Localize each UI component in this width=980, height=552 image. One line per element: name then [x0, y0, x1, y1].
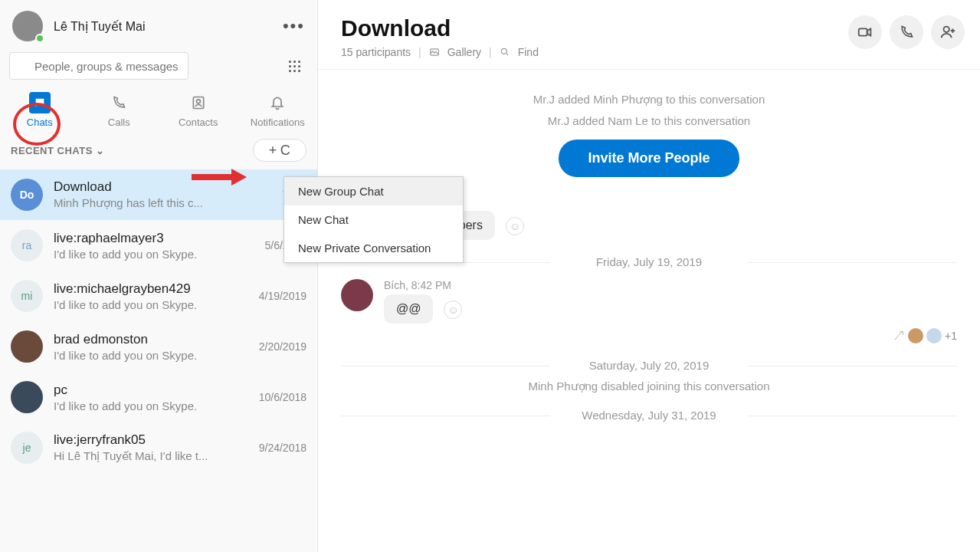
video-call-button[interactable]	[848, 15, 882, 49]
menu-new-chat[interactable]: New Chat	[284, 205, 463, 234]
status-online-icon	[35, 34, 44, 43]
chat-item-preview: I'd like to add you on Skype.	[54, 399, 248, 412]
chat-avatar: ra	[11, 229, 43, 261]
reaction-avatar-icon	[926, 328, 942, 343]
recent-chats-header[interactable]: RECENT CHATS ⌄ +C	[0, 139, 317, 169]
svg-line-8	[506, 53, 508, 55]
chat-item-preview: Hi Lê Thị Tuyết Mai, I'd like t...	[54, 449, 248, 463]
message-bubble[interactable]: @@	[384, 294, 433, 324]
svg-point-3	[196, 100, 200, 104]
message-meta: Mr.J, 2:46 PM	[384, 196, 957, 208]
main-panel: Download 15 participants | Gallery | Fin…	[318, 0, 980, 552]
dialpad-icon	[289, 61, 300, 72]
chat-item-date: 2/20/2019	[259, 340, 306, 353]
chat-avatar: mi	[11, 280, 43, 312]
reaction-icon	[893, 330, 905, 342]
chat-item[interactable]: DoDownloadMinh Phượng has left this c...…	[0, 169, 317, 220]
more-button[interactable]: •••	[283, 16, 305, 36]
invite-more-people-button[interactable]: Invite More People	[559, 140, 739, 177]
chat-item[interactable]: ralive:raphaelmayer3I'd like to add you …	[0, 220, 317, 271]
system-message: Mr.J added Minh Phượng to this conversat…	[341, 93, 957, 107]
chat-avatar: je	[11, 432, 43, 464]
dialpad-button[interactable]	[280, 52, 308, 80]
chat-item-preview: I'd like to add you on Skype.	[54, 248, 254, 261]
reactions-count: +1	[945, 330, 957, 342]
user-avatar[interactable]	[12, 11, 43, 41]
sender-avatar[interactable]	[341, 279, 373, 311]
date-divider: Wednesday, July 31, 2019	[341, 409, 957, 422]
chat-avatar: Do	[11, 179, 43, 211]
system-message: Minh Phượng disabled joining this conver…	[341, 380, 957, 393]
chat-item-name: live:jerryfrank05	[54, 432, 248, 448]
chat-item-name: live:michaelgrayben429	[54, 281, 248, 297]
chat-avatar	[11, 330, 43, 363]
participants-count[interactable]: 15 participants	[341, 46, 411, 58]
add-reaction-button[interactable]: ☺	[506, 217, 524, 235]
chat-item-name: brad edmonston	[54, 332, 248, 347]
chat-item[interactable]: pcI'd like to add you on Skype.10/6/2018	[0, 372, 317, 422]
search-icon	[500, 47, 510, 58]
new-chat-menu: New Group Chat New Chat New Private Conv…	[284, 176, 464, 263]
conversation-title[interactable]: Download	[341, 15, 848, 41]
sidebar: Lê Thị Tuyết Mai ••• Chats Calls Contact…	[0, 0, 318, 552]
search-row	[0, 52, 317, 87]
reaction-avatar-icon	[908, 328, 923, 343]
reactions-bar[interactable]: +1	[384, 328, 957, 343]
user-name[interactable]: Lê Thị Tuyết Mai	[54, 19, 146, 34]
profile-row: Lê Thị Tuyết Mai •••	[0, 0, 317, 52]
system-message: Mr.J added Nam Le to this conversation	[341, 114, 957, 127]
chat-item-preview: I'd like to add you on Skype.	[54, 349, 248, 362]
chat-item-date: 4/19/2019	[259, 290, 306, 302]
chat-item-name: live:raphaelmayer3	[54, 231, 254, 246]
gallery-icon	[429, 47, 440, 58]
conversation-body: Mr.J added Minh Phượng to this conversat…	[318, 70, 980, 552]
tab-calls[interactable]: Calls	[80, 92, 159, 128]
svg-point-7	[501, 48, 506, 54]
new-chat-button[interactable]: +C	[253, 139, 306, 162]
add-person-icon	[939, 24, 956, 41]
chat-avatar	[11, 381, 43, 413]
svg-point-10	[944, 27, 949, 32]
menu-new-group-chat[interactable]: New Group Chat	[284, 177, 463, 205]
phone-icon	[899, 25, 914, 40]
search-input[interactable]	[9, 52, 188, 80]
conversation-header: Download 15 participants | Gallery | Fin…	[318, 0, 980, 70]
chat-list: DoDownloadMinh Phượng has left this c...…	[0, 169, 317, 552]
audio-call-button[interactable]	[890, 15, 923, 49]
chevron-down-icon: ⌄	[96, 145, 105, 156]
add-reaction-button[interactable]: ☺	[444, 301, 462, 319]
chat-item[interactable]: milive:michaelgrayben429I'd like to add …	[0, 271, 317, 321]
chat-item[interactable]: jelive:jerryfrank05Hi Lê Thị Tuyết Mai, …	[0, 422, 317, 473]
find-link[interactable]: Find	[518, 46, 539, 58]
bell-icon	[270, 95, 285, 110]
add-people-button[interactable]	[931, 15, 965, 49]
chat-item-name: pc	[54, 383, 248, 398]
chat-item-name: Download	[54, 179, 272, 195]
message-meta: Bích, 8:42 PM	[384, 279, 957, 291]
menu-new-private-conversation[interactable]: New Private Conversation	[284, 234, 463, 262]
chat-item-date: 9/24/2018	[259, 442, 306, 454]
chat-item-preview: Minh Phượng has left this c...	[54, 196, 272, 210]
contacts-icon	[191, 95, 206, 110]
video-icon	[857, 24, 873, 41]
phone-icon	[111, 95, 126, 110]
chat-item-preview: I'd like to add you on Skype.	[54, 298, 248, 311]
plus-icon: +	[269, 143, 277, 159]
gallery-link[interactable]: Gallery	[447, 46, 481, 58]
message-row: Bích, 8:42 PM @@ ☺ +1	[341, 279, 957, 343]
chat-item[interactable]: brad edmonstonI'd like to add you on Sky…	[0, 321, 317, 372]
tab-contacts[interactable]: Contacts	[159, 92, 238, 128]
date-divider: Saturday, July 20, 2019	[341, 359, 957, 372]
svg-rect-9	[859, 28, 867, 35]
chat-item-date: 10/6/2018	[259, 391, 306, 403]
tab-chats[interactable]: Chats	[0, 92, 80, 128]
chat-icon	[34, 97, 46, 109]
nav-tabs: Chats Calls Contacts Notifications	[0, 87, 317, 139]
tab-notifications[interactable]: Notifications	[238, 92, 318, 128]
